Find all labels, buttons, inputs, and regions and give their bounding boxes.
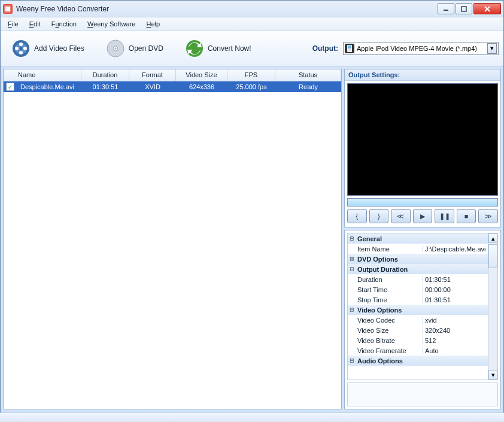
svg-rect-19 <box>348 45 351 48</box>
collapse-icon[interactable]: ⊟ <box>348 357 356 365</box>
prop-start-time[interactable]: Start Time 00:00:00 <box>348 284 488 295</box>
status-bar <box>0 412 504 422</box>
right-panel: Output Settings: { } ≪ ▶ ❚❚ ■ ≫ ⊟ Genera… <box>344 69 501 409</box>
stop-button[interactable]: ■ <box>457 209 476 223</box>
main-area: Name Duration Format Video Size FPS Stat… <box>1 66 503 412</box>
svg-point-16 <box>114 47 116 49</box>
expand-icon[interactable]: ⊞ <box>348 255 356 263</box>
mark-in-button[interactable]: { <box>347 209 367 223</box>
file-row[interactable]: ✓ Despicable.Me.avi 01:30:51 XVID 624x33… <box>4 81 341 92</box>
property-description <box>347 382 498 406</box>
scroll-thumb[interactable] <box>488 244 497 268</box>
file-format-cell: XVID <box>129 82 176 92</box>
scroll-up-button[interactable]: ▴ <box>488 233 497 243</box>
collapse-icon[interactable]: ⊟ <box>348 306 356 314</box>
col-video-size[interactable]: Video Size <box>176 69 227 81</box>
dvd-icon <box>106 39 125 58</box>
svg-point-11 <box>15 47 19 50</box>
file-list-header: Name Duration Format Video Size FPS Stat… <box>4 69 341 81</box>
open-dvd-button[interactable]: Open DVD <box>100 37 169 60</box>
title-bar: Weeny Free Video Converter <box>1 1 503 17</box>
pause-button[interactable]: ❚❚ <box>435 209 454 223</box>
output-settings-box: Output Settings: { } ≪ ▶ ❚❚ ■ ≫ <box>344 69 501 227</box>
svg-point-12 <box>20 47 22 50</box>
menu-help[interactable]: Help <box>141 19 165 29</box>
prop-group-audio-options[interactable]: ⊟ Audio Options <box>348 356 488 366</box>
close-button[interactable] <box>473 3 501 14</box>
output-settings-title: Output Settings: <box>345 69 500 81</box>
svg-point-10 <box>19 51 23 54</box>
file-fps-cell: 25.000 fps <box>227 82 275 92</box>
file-name-cell: Despicable.Me.avi <box>17 82 81 92</box>
add-video-label: Add Video Files <box>34 44 84 53</box>
col-duration[interactable]: Duration <box>81 69 129 81</box>
convert-now-button[interactable]: Convert Now! <box>179 37 257 60</box>
video-preview <box>347 83 498 196</box>
output-section: Output: Apple iPod Video MPEG-4 Movie (*… <box>312 42 499 55</box>
properties-scrollbar[interactable]: ▴ ▾ <box>488 233 497 380</box>
collapse-icon[interactable]: ⊟ <box>348 235 356 242</box>
prop-video-codec[interactable]: Video Codec xvid <box>348 315 488 325</box>
svg-point-8 <box>19 42 23 46</box>
svg-point-20 <box>348 49 351 51</box>
window-controls <box>438 3 501 14</box>
file-duration-cell: 01:30:51 <box>81 82 129 92</box>
play-button[interactable]: ▶ <box>413 209 433 223</box>
prop-group-dvd-options[interactable]: ⊞ DVD Options <box>348 254 488 264</box>
scroll-track[interactable] <box>488 268 497 370</box>
app-icon <box>3 4 13 14</box>
maximize-button[interactable] <box>456 3 472 14</box>
media-controls: { } ≪ ▶ ❚❚ ■ ≫ <box>347 209 498 223</box>
prop-group-output-duration[interactable]: ⊟ Output Duration <box>348 264 488 274</box>
prop-video-framerate[interactable]: Video Framerate Auto <box>348 345 488 356</box>
menu-bar: File Edit Function Weeny Software Help <box>1 17 503 31</box>
file-list-panel: Name Duration Format Video Size FPS Stat… <box>3 69 342 409</box>
svg-point-9 <box>23 47 27 50</box>
open-dvd-label: Open DVD <box>129 44 163 53</box>
triangle-up-icon: ▴ <box>491 235 495 242</box>
menu-weeny-software[interactable]: Weeny Software <box>83 19 141 29</box>
rewind-button[interactable]: ≪ <box>391 209 411 223</box>
output-format-text: Apple iPod Video MPEG-4 Movie (*.mp4) <box>357 45 487 52</box>
svg-rect-3 <box>462 7 466 11</box>
convert-icon <box>185 39 204 58</box>
prop-duration[interactable]: Duration 01:30:51 <box>348 274 488 284</box>
prop-video-bitrate[interactable]: Video Bitrate 512 <box>348 335 488 345</box>
prop-group-general[interactable]: ⊟ General <box>348 233 488 244</box>
mark-out-button[interactable]: } <box>369 209 389 223</box>
chevron-down-icon: ▾ <box>490 44 494 52</box>
col-format[interactable]: Format <box>129 69 176 81</box>
forward-button[interactable]: ≫ <box>478 209 498 223</box>
prop-group-video-options[interactable]: ⊟ Video Options <box>348 305 488 315</box>
minimize-button[interactable] <box>438 3 454 14</box>
ipod-icon <box>345 44 354 53</box>
svg-rect-1 <box>5 7 10 11</box>
menu-edit[interactable]: Edit <box>25 19 45 29</box>
output-format-select[interactable]: Apple iPod Video MPEG-4 Movie (*.mp4) ▾ <box>343 42 499 55</box>
file-size-cell: 624x336 <box>176 82 227 92</box>
film-reel-icon <box>11 39 31 58</box>
preview-progress[interactable] <box>347 198 498 207</box>
col-name[interactable]: Name <box>4 69 81 81</box>
properties-panel: ⊟ General Item Name J:\Despicable.Me.avi… <box>344 230 501 409</box>
prop-item-name[interactable]: Item Name J:\Despicable.Me.avi <box>348 244 488 254</box>
window-title: Weeny Free Video Converter <box>16 5 438 13</box>
convert-label: Convert Now! <box>208 44 251 53</box>
prop-video-size[interactable]: Video Size 320x240 <box>348 325 488 335</box>
properties-grid: ⊟ General Item Name J:\Despicable.Me.avi… <box>347 233 498 380</box>
file-checkbox[interactable]: ✓ <box>6 83 14 91</box>
col-status[interactable]: Status <box>275 69 341 81</box>
scroll-down-button[interactable]: ▾ <box>488 370 497 380</box>
triangle-down-icon: ▾ <box>491 371 495 379</box>
output-label: Output: <box>312 44 338 53</box>
toolbar: Add Video Files Open DVD Convert Now! Ou… <box>1 31 503 66</box>
file-status-cell: Ready <box>275 82 341 92</box>
add-video-files-button[interactable]: Add Video Files <box>5 37 90 60</box>
collapse-icon[interactable]: ⊟ <box>348 265 356 273</box>
dropdown-button[interactable]: ▾ <box>487 43 497 54</box>
prop-stop-time[interactable]: Stop Time 01:30:51 <box>348 295 488 305</box>
menu-file[interactable]: File <box>3 19 23 29</box>
menu-function[interactable]: Function <box>47 19 81 29</box>
col-fps[interactable]: FPS <box>227 69 275 81</box>
properties-list: ⊟ General Item Name J:\Despicable.Me.avi… <box>348 233 488 380</box>
